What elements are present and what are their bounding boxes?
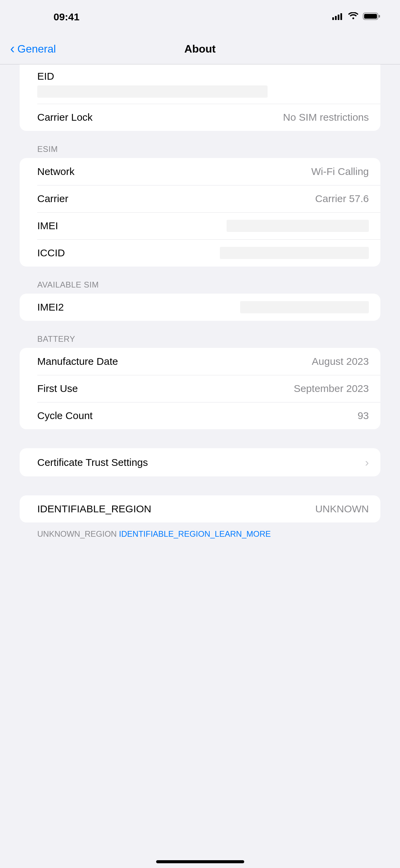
row-imei2[interactable]: IMEI2	[20, 294, 380, 321]
imei2-label: IMEI2	[37, 301, 64, 313]
status-time: 09:41	[54, 11, 80, 23]
section-header-battery: BATTERY	[0, 321, 400, 348]
certificate-trust-label: Certificate Trust Settings	[37, 457, 148, 468]
cellular-signal-icon	[332, 13, 344, 21]
carrier-label: Carrier	[37, 193, 68, 204]
svg-rect-6	[379, 15, 380, 18]
cycle-count-label: Cycle Count	[37, 410, 92, 421]
home-indicator[interactable]	[156, 860, 244, 863]
row-cycle-count[interactable]: Cycle Count 93	[20, 402, 380, 429]
group-available-sim: IMEI2	[20, 294, 380, 321]
svg-rect-5	[364, 14, 377, 19]
section-header-available-sim: AVAILABLE SIM	[0, 267, 400, 294]
row-first-use[interactable]: First Use September 2023	[20, 375, 380, 402]
identifiable-region-value: UNKNOWN	[315, 503, 369, 515]
network-label: Network	[37, 166, 75, 177]
cycle-count-value: 93	[358, 410, 369, 421]
section-header-esim: ESIM	[0, 131, 400, 158]
battery-icon	[363, 12, 380, 22]
group-esim: Network Wi-Fi Calling Carrier Carrier 57…	[20, 158, 380, 267]
manufacture-date-value: August 2023	[312, 356, 369, 367]
group-battery: Manufacture Date August 2023 First Use S…	[20, 348, 380, 429]
svg-rect-0	[332, 17, 334, 20]
chevron-left-icon: ‹	[10, 42, 15, 55]
first-use-label: First Use	[37, 383, 78, 394]
row-iccid[interactable]: ICCID	[20, 239, 380, 267]
group-device-ids: EID Carrier Lock No SIM restrictions	[20, 64, 380, 131]
imei2-value-redacted	[240, 301, 369, 313]
row-eid[interactable]: EID	[20, 64, 380, 104]
group-region: IDENTIFIABLE_REGION UNKNOWN	[20, 495, 380, 522]
chevron-right-icon: ›	[365, 456, 369, 469]
region-footer-text: UNKNOWN_REGION	[37, 529, 119, 538]
status-bar: 09:41	[0, 0, 400, 34]
identifiable-region-label: IDENTIFIABLE_REGION	[37, 503, 151, 515]
iccid-value-redacted	[220, 247, 369, 259]
eid-label: EID	[37, 71, 54, 82]
svg-rect-3	[340, 13, 342, 20]
carrier-value: Carrier 57.6	[315, 193, 369, 204]
row-certificate-trust-settings[interactable]: Certificate Trust Settings ›	[20, 448, 380, 476]
iccid-label: ICCID	[37, 247, 65, 259]
row-carrier[interactable]: Carrier Carrier 57.6	[20, 185, 380, 212]
row-imei[interactable]: IMEI	[20, 212, 380, 239]
row-manufacture-date[interactable]: Manufacture Date August 2023	[20, 348, 380, 375]
region-learn-more-link[interactable]: IDENTIFIABLE_REGION_LEARN_MORE	[119, 529, 271, 538]
imei-label: IMEI	[37, 220, 58, 232]
group-certificate: Certificate Trust Settings ›	[20, 448, 380, 476]
row-carrier-lock[interactable]: Carrier Lock No SIM restrictions	[20, 104, 380, 131]
svg-rect-2	[338, 15, 339, 20]
first-use-value: September 2023	[294, 383, 369, 394]
nav-bar: ‹ General About	[0, 34, 400, 64]
content: EID Carrier Lock No SIM restrictions ESI…	[0, 64, 400, 560]
row-identifiable-region[interactable]: IDENTIFIABLE_REGION UNKNOWN	[20, 495, 380, 522]
back-label: General	[17, 43, 56, 55]
network-value: Wi-Fi Calling	[311, 166, 369, 177]
manufacture-date-label: Manufacture Date	[37, 356, 118, 367]
back-button[interactable]: ‹ General	[10, 42, 56, 56]
page-title: About	[0, 43, 400, 55]
carrier-lock-label: Carrier Lock	[37, 112, 92, 123]
row-network[interactable]: Network Wi-Fi Calling	[20, 158, 380, 185]
region-footer: UNKNOWN_REGION IDENTIFIABLE_REGION_LEARN…	[0, 522, 400, 540]
svg-rect-1	[335, 16, 337, 20]
wifi-icon	[348, 12, 359, 22]
imei-value-redacted	[227, 220, 369, 232]
carrier-lock-value: No SIM restrictions	[283, 112, 369, 123]
status-indicators	[332, 12, 380, 22]
eid-value-redacted	[37, 85, 268, 98]
